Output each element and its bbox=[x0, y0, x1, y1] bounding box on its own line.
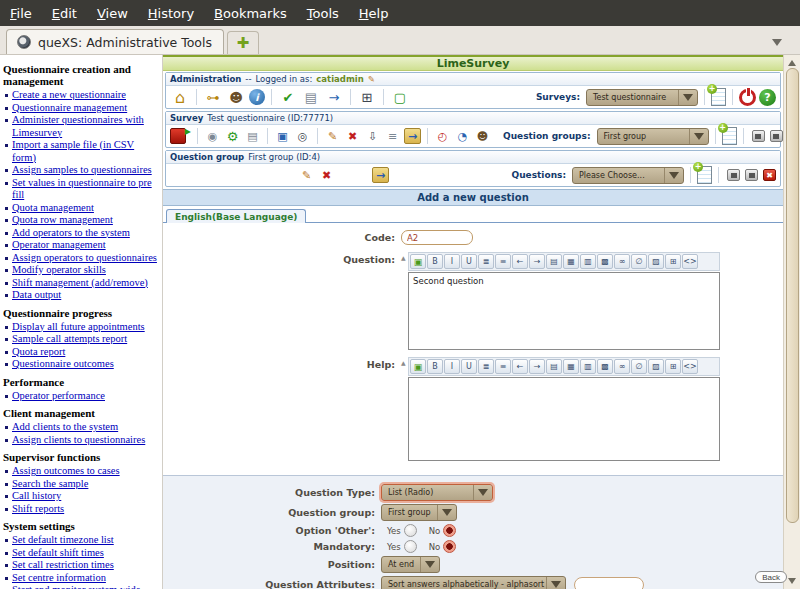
sidebar-link[interactable]: Sample call attempts report bbox=[3, 333, 160, 346]
sidebar-link[interactable]: Questionnaire outcomes bbox=[3, 358, 160, 371]
scroll-up-icon[interactable] bbox=[788, 60, 796, 66]
check-data-integrity-icon[interactable]: ✔ bbox=[278, 88, 298, 106]
align-left-icon[interactable]: ▤ bbox=[546, 254, 562, 269]
help-textarea[interactable] bbox=[408, 377, 720, 461]
sidebar-link[interactable]: Questionnaire management bbox=[3, 102, 160, 115]
survey-properties-icon[interactable]: ▤ bbox=[244, 128, 261, 144]
indent-icon[interactable]: → bbox=[529, 254, 545, 269]
sidebar-link[interactable]: Set default shift times bbox=[3, 547, 160, 560]
underline-icon[interactable]: U bbox=[461, 254, 477, 269]
logout-power-icon[interactable] bbox=[739, 89, 756, 106]
link-icon[interactable]: ∞ bbox=[614, 359, 630, 374]
justify-icon[interactable]: ▩ bbox=[597, 359, 613, 374]
sidebar-link[interactable]: Search the sample bbox=[3, 478, 160, 491]
code-input[interactable] bbox=[401, 230, 473, 245]
sidebar-link[interactable]: Quota row management bbox=[3, 214, 160, 227]
delete-group-icon[interactable]: ✖ bbox=[318, 167, 335, 183]
survey-quotas-icon[interactable]: ◴ bbox=[434, 128, 451, 144]
menu-item-tools[interactable]: Tools bbox=[307, 6, 339, 21]
ordered-list-icon[interactable]: ≣ bbox=[478, 254, 494, 269]
justify-icon[interactable]: ▩ bbox=[597, 254, 613, 269]
editor-collapse-icon[interactable]: ▲ bbox=[401, 357, 408, 461]
sidebar-link[interactable]: Assign operators to questionnaires bbox=[3, 252, 160, 265]
sidebar-link[interactable]: Quota management bbox=[3, 202, 160, 215]
add-question-icon[interactable]: + bbox=[697, 166, 712, 184]
align-center-icon[interactable]: ▦ bbox=[563, 359, 579, 374]
edit-label-sets-icon[interactable]: ⊞ bbox=[357, 88, 377, 106]
language-tab[interactable]: English(Base Language) bbox=[166, 209, 306, 223]
menu-item-help[interactable]: Help bbox=[359, 6, 389, 21]
survey-logic-icon[interactable]: ≡ bbox=[384, 128, 401, 144]
scroll-down-icon[interactable] bbox=[788, 578, 796, 584]
template-editor-icon[interactable]: ▢ bbox=[390, 88, 410, 106]
scrollbar-thumb[interactable] bbox=[786, 68, 799, 523]
manage-users-icon[interactable]: ☻ bbox=[226, 88, 246, 106]
tab-list-chevron-icon[interactable] bbox=[772, 39, 782, 46]
dump-database-icon[interactable]: → bbox=[324, 88, 344, 106]
question-type-dropdown[interactable]: List (Radio) bbox=[381, 484, 493, 501]
close-panel-button[interactable]: ✖ bbox=[763, 169, 776, 181]
sidebar-link[interactable]: Administer questionnaires with Limesurve… bbox=[3, 114, 160, 139]
bold-icon[interactable]: B bbox=[427, 359, 443, 374]
question-attributes-dropdown[interactable]: Sort answers alphabetically - alphasort bbox=[381, 576, 566, 589]
menu-item-view[interactable]: View bbox=[97, 6, 128, 21]
table-icon[interactable]: ⊞ bbox=[665, 359, 681, 374]
mandatory-yes-radio[interactable] bbox=[404, 540, 417, 553]
unlink-icon[interactable]: ∅ bbox=[631, 359, 647, 374]
edit-group-icon[interactable]: ✎ bbox=[298, 167, 315, 183]
survey-settings-gear-icon[interactable]: ⚙ bbox=[224, 128, 241, 144]
unordered-list-icon[interactable]: ≡ bbox=[495, 254, 511, 269]
attribute-value-input[interactable] bbox=[574, 577, 644, 589]
sidebar-link[interactable]: Assign outcomes to cases bbox=[3, 465, 160, 478]
export-survey-structure-icon[interactable]: ⇩ bbox=[364, 128, 381, 144]
link-icon[interactable]: ∞ bbox=[614, 254, 630, 269]
italic-icon[interactable]: I bbox=[444, 254, 460, 269]
create-survey-icon[interactable]: + bbox=[711, 88, 726, 106]
surveys-dropdown[interactable]: Test questionnaire bbox=[586, 89, 698, 106]
edit-survey-texts-icon[interactable]: ✎ bbox=[324, 128, 341, 144]
sidebar-link[interactable]: Operator management bbox=[3, 239, 160, 252]
align-right-icon[interactable]: ▥ bbox=[580, 254, 596, 269]
replacement-fields-icon[interactable]: ▣ bbox=[410, 254, 426, 269]
show-version-info-icon[interactable]: i bbox=[249, 89, 265, 105]
menu-item-edit[interactable]: Edit bbox=[52, 6, 77, 21]
indent-icon[interactable]: → bbox=[529, 359, 545, 374]
sidebar-link[interactable]: Assign clients to questionnaires bbox=[3, 434, 160, 447]
outdent-icon[interactable]: ← bbox=[512, 359, 528, 374]
test-survey-icon[interactable]: ◉ bbox=[204, 128, 221, 144]
export-survey-icon[interactable]: → bbox=[404, 128, 421, 144]
image-icon[interactable]: ▨ bbox=[648, 359, 664, 374]
print-answers-icon[interactable]: ◎ bbox=[294, 128, 311, 144]
add-group-icon[interactable]: + bbox=[722, 127, 737, 145]
minimize-panel-button[interactable] bbox=[752, 130, 765, 142]
align-center-icon[interactable]: ▦ bbox=[563, 254, 579, 269]
sidebar-link[interactable]: Shift management (add/remove) bbox=[3, 277, 160, 290]
delete-survey-icon[interactable]: ✖ bbox=[344, 128, 361, 144]
sidebar-link[interactable]: Operator performance bbox=[3, 390, 160, 403]
export-group-icon[interactable]: → bbox=[372, 167, 389, 183]
menu-item-bookmarks[interactable]: Bookmarks bbox=[214, 6, 287, 21]
menu-item-file[interactable]: File bbox=[10, 6, 32, 21]
align-left-icon[interactable]: ▤ bbox=[546, 359, 562, 374]
minimize-panel-button[interactable] bbox=[727, 169, 740, 181]
home-icon[interactable]: ⌂ bbox=[170, 88, 190, 106]
italic-icon[interactable]: I bbox=[444, 359, 460, 374]
unordered-list-icon[interactable]: ≡ bbox=[495, 359, 511, 374]
sidebar-link[interactable]: Call history bbox=[3, 490, 160, 503]
align-right-icon[interactable]: ▥ bbox=[580, 359, 596, 374]
sidebar-link[interactable]: Set default timezone list bbox=[3, 534, 160, 547]
sidebar-link[interactable]: Create a new questionnaire bbox=[3, 89, 160, 102]
sidebar-link[interactable]: Modify operator skills bbox=[3, 264, 160, 277]
sidebar-link[interactable]: Quota report bbox=[3, 346, 160, 359]
sidebar-link[interactable]: Add clients to the system bbox=[3, 421, 160, 434]
replacement-fields-icon[interactable]: ▣ bbox=[410, 359, 426, 374]
global-settings-key-icon[interactable]: ⊶ bbox=[203, 88, 223, 106]
back-button[interactable]: Back bbox=[755, 571, 787, 583]
sidebar-link[interactable]: Set values in questionnaire to pre fill bbox=[3, 177, 160, 202]
bold-icon[interactable]: B bbox=[427, 254, 443, 269]
source-icon[interactable]: <> bbox=[682, 254, 698, 269]
sidebar-link[interactable]: Display all future appointments bbox=[3, 321, 160, 334]
token-management-icon[interactable]: ☻ bbox=[474, 128, 491, 144]
stop-survey-icon[interactable]: ▶ bbox=[170, 128, 186, 144]
backup-database-icon[interactable]: ▤ bbox=[301, 88, 321, 106]
